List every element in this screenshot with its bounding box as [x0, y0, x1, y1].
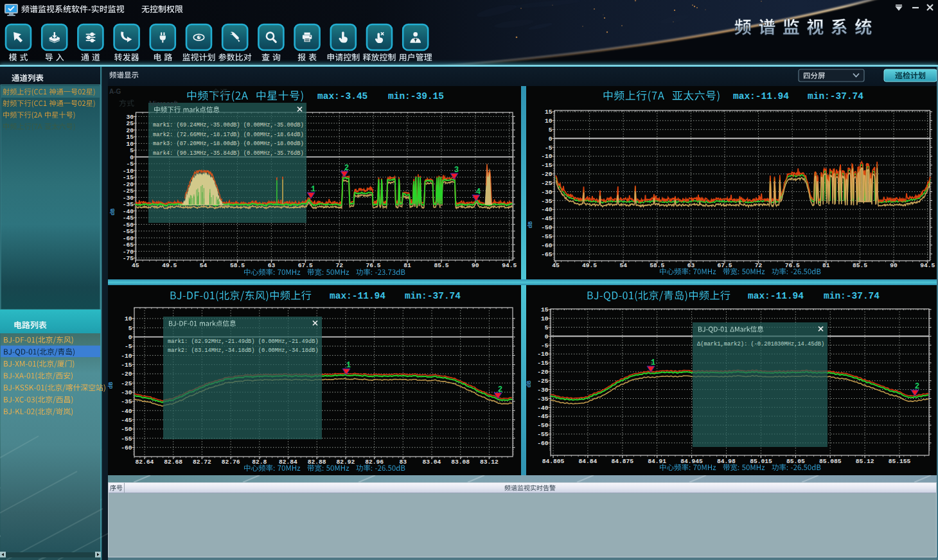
svg-text:min:-37.74: min:-37.74: [405, 291, 461, 301]
svg-text:-30: -30: [541, 189, 553, 196]
svg-text:85.5: 85.5: [853, 262, 867, 269]
svg-text:-10: -10: [537, 351, 549, 358]
svg-text:max:-11.94: max:-11.94: [733, 91, 789, 101]
svg-text:-20: -20: [537, 369, 549, 376]
svg-text:-25: -25: [121, 380, 132, 387]
svg-text:-15: -15: [123, 174, 134, 181]
svg-text:72: 72: [755, 262, 763, 269]
svg-text:84.945: 84.945: [680, 458, 703, 465]
svg-text:25: 25: [126, 120, 134, 127]
svg-text:0: 0: [130, 154, 134, 161]
svg-text:10: 10: [126, 141, 134, 148]
svg-text:58.5: 58.5: [650, 262, 664, 269]
svg-text:-45: -45: [541, 215, 553, 222]
svg-text:85.155: 85.155: [889, 458, 911, 465]
svg-text:84.805: 84.805: [542, 458, 565, 465]
svg-text:-50: -50: [541, 224, 553, 231]
svg-text:2: 2: [344, 164, 350, 173]
svg-text:Microsoft: Microsoft: [149, 100, 178, 107]
svg-text:2: 2: [498, 385, 503, 394]
svg-text:mark3: (87.20MHz,-18.00dB) (0.: mark3: (87.20MHz,-18.00dB) (0.00MHz,-18.…: [153, 141, 304, 147]
svg-text:mark2: (83.14MHz,-34.18dB) (0.: mark2: (83.14MHz,-34.18dB) (0.00MHz,-34.…: [168, 347, 319, 354]
svg-text:mark2: (72.66MHz,-18.17dB) (0.: mark2: (72.66MHz,-18.17dB) (0.00MHz,-18.…: [153, 132, 304, 138]
svg-text:15: 15: [545, 109, 553, 116]
svg-text:45: 45: [132, 262, 139, 269]
svg-text:49.5: 49.5: [582, 262, 597, 269]
svg-text:-10: -10: [121, 353, 132, 360]
svg-text:81: 81: [822, 262, 830, 269]
svg-text:85.085: 85.085: [819, 458, 842, 465]
svg-text:-40: -40: [541, 206, 553, 213]
svg-text:-25: -25: [123, 188, 134, 195]
svg-text:1: 1: [346, 361, 351, 370]
svg-text:10: 10: [541, 315, 549, 322]
svg-text:-35: -35: [537, 396, 549, 403]
svg-text:5: 5: [130, 147, 134, 154]
svg-text:94.5: 94.5: [502, 262, 517, 269]
svg-text:-40: -40: [123, 208, 134, 215]
svg-text:-50: -50: [121, 426, 132, 433]
svg-text:83.04: 83.04: [423, 459, 441, 466]
svg-text:Δ(mark1,mark2): (-0.201030MHz,: Δ(mark1,mark2): (-0.201030MHz,14.45dB): [697, 341, 824, 347]
svg-text:5: 5: [545, 324, 549, 331]
svg-text:-15: -15: [121, 362, 132, 369]
svg-text:-60: -60: [123, 235, 134, 242]
svg-text:-15: -15: [537, 360, 549, 367]
svg-text:1: 1: [651, 358, 656, 367]
svg-text:84.91: 84.91: [648, 458, 666, 465]
svg-text:-75: -75: [123, 255, 134, 262]
svg-text:82.92: 82.92: [337, 459, 355, 466]
svg-text:30: 30: [126, 114, 134, 121]
svg-text:20: 20: [126, 127, 134, 134]
svg-text:-20: -20: [541, 171, 553, 178]
svg-text:63: 63: [268, 262, 276, 269]
svg-text:min:-37.74: min:-37.74: [824, 291, 880, 301]
svg-text:82.88: 82.88: [308, 459, 326, 466]
svg-text:-35: -35: [541, 198, 553, 205]
svg-text:85.05: 85.05: [786, 458, 805, 465]
svg-text:-10: -10: [541, 153, 553, 160]
svg-text:82.64: 82.64: [136, 459, 154, 466]
svg-text:-50: -50: [123, 222, 134, 229]
svg-text:-55: -55: [541, 233, 553, 240]
svg-text:10: 10: [545, 118, 553, 125]
svg-text:min:-39.15: min:-39.15: [388, 91, 444, 101]
svg-text:max:-11.94: max:-11.94: [748, 291, 804, 301]
svg-text:-55: -55: [121, 435, 132, 442]
svg-text:-20: -20: [123, 181, 134, 188]
svg-text:1: 1: [311, 185, 316, 194]
svg-text:-5: -5: [126, 161, 134, 168]
svg-text:-55: -55: [537, 431, 549, 438]
svg-text:84.98: 84.98: [717, 458, 736, 465]
svg-text:90: 90: [472, 262, 479, 269]
svg-text:-25: -25: [537, 378, 549, 385]
svg-text:82.72: 82.72: [193, 459, 211, 466]
svg-text:mark1: (69.24MHz,-35.00dB) (0.: mark1: (69.24MHz,-35.00dB) (0.00MHz,-35.…: [153, 122, 304, 128]
svg-text:dB: dB: [527, 221, 534, 228]
svg-text:15: 15: [126, 134, 134, 141]
svg-text:-45: -45: [121, 417, 132, 424]
svg-text:-50: -50: [537, 422, 549, 429]
svg-text:76.5: 76.5: [366, 262, 381, 269]
svg-text:0: 0: [128, 334, 132, 341]
svg-text:85.5: 85.5: [434, 262, 448, 269]
svg-text:82.76: 82.76: [222, 459, 240, 466]
svg-text:84.84: 84.84: [579, 458, 597, 465]
svg-text:5: 5: [549, 127, 553, 134]
svg-text:82.8: 82.8: [252, 459, 267, 466]
svg-text:72: 72: [335, 262, 343, 269]
svg-text:-10: -10: [123, 168, 134, 175]
svg-text:-40: -40: [121, 408, 132, 415]
svg-text:82.96: 82.96: [365, 459, 384, 466]
svg-text:58.5: 58.5: [230, 262, 245, 269]
svg-text:2: 2: [915, 382, 920, 391]
svg-text:-45: -45: [537, 413, 549, 420]
svg-text:-5: -5: [545, 144, 553, 152]
svg-text:82.84: 82.84: [279, 459, 297, 466]
svg-text:-55: -55: [123, 228, 134, 235]
svg-text:5: 5: [128, 325, 132, 332]
svg-text:-60: -60: [537, 440, 549, 447]
svg-text:83.12: 83.12: [480, 459, 499, 466]
svg-text:-30: -30: [537, 387, 549, 394]
svg-text:81: 81: [403, 262, 411, 269]
